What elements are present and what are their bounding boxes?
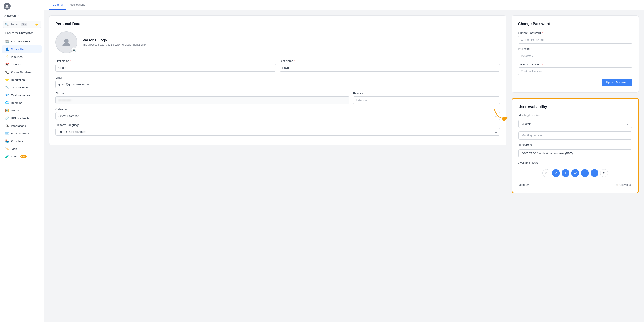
diamond-icon: 💎: [5, 93, 9, 97]
day-button-thu[interactable]: T: [581, 169, 589, 177]
password-group: Password *: [518, 47, 632, 59]
sidebar-item-business-profile[interactable]: 🏢 Business Profile: [2, 38, 42, 45]
tab-notifications[interactable]: Notifications: [66, 0, 89, 10]
sidebar-item-labs[interactable]: 🧪 Labs new: [2, 153, 42, 160]
sidebar-item-integrations[interactable]: 🔌 Integrations: [2, 122, 42, 130]
store-icon: 🏪: [5, 139, 9, 143]
sidebar-item-custom-fields[interactable]: 🔧 Custom Fields: [2, 84, 42, 91]
sidebar-item-reputation[interactable]: ⭐ Reputation: [2, 76, 42, 84]
annotation-arrow: [492, 107, 512, 124]
confirm-password-input[interactable]: [518, 68, 632, 75]
copy-to-all-button[interactable]: 📋 Copy to all: [615, 183, 632, 186]
chevron-down-icon: ▾: [18, 15, 19, 17]
current-password-group: Current Password *: [518, 31, 632, 44]
password-label: Password *: [518, 47, 632, 50]
meeting-location-value: Custom: [522, 122, 532, 126]
update-password-button[interactable]: Update Password: [602, 79, 632, 86]
nav-label-integrations: Integrations: [11, 124, 26, 128]
day-button-wed[interactable]: W: [571, 169, 579, 177]
search-bar[interactable]: 🔍 Search ⌘K ⚡: [3, 21, 41, 28]
time-zone-value: GMT-07:00 America/Los_Angeles (PDT): [522, 152, 573, 155]
sidebar-item-email-services[interactable]: ✉️ Email Services: [2, 130, 42, 137]
lightning-icon: ⚡: [35, 22, 38, 26]
day-button-tue[interactable]: T: [562, 169, 570, 177]
language-select-wrapper: English (United States): [56, 128, 500, 136]
avatar: [4, 3, 10, 10]
nav-label-custom-values: Custom Values: [11, 94, 30, 97]
phone-icon: 📞: [5, 70, 9, 74]
nav-label-url-redirects: URL Redirects: [11, 116, 29, 120]
nav-label-calendars: Calendars: [11, 63, 24, 66]
main-content: General Notifications Personal Data: [44, 0, 644, 322]
language-select[interactable]: English (United States): [56, 128, 500, 136]
day-button-sat[interactable]: S: [600, 169, 608, 177]
required-indicator: *: [64, 76, 65, 79]
sidebar-item-url-redirects[interactable]: 🔗 URL Redirects: [2, 114, 42, 122]
current-password-input[interactable]: [518, 36, 632, 44]
first-name-input[interactable]: [56, 64, 276, 72]
nav-label-labs: Labs: [11, 155, 17, 158]
chevron-down-icon: ⌄: [626, 122, 629, 126]
pipeline-icon: ⚡: [5, 55, 9, 58]
camera-icon[interactable]: 📷: [71, 47, 76, 52]
time-zone-dropdown[interactable]: GMT-07:00 America/Los_Angeles (PDT) ⌄: [518, 150, 632, 158]
language-group: Platform Language English (United States…: [56, 123, 500, 136]
meeting-location-dropdown[interactable]: Custom ⌄: [518, 120, 632, 128]
day-button-fri[interactable]: F: [590, 169, 598, 177]
day-button-mon[interactable]: M: [552, 169, 560, 177]
tag-icon: 🏷️: [5, 147, 9, 150]
availability-title: User Availability: [518, 105, 632, 109]
phone-input[interactable]: [56, 96, 350, 104]
nav-label-email-services: Email Services: [11, 132, 30, 135]
sidebar-item-pipelines[interactable]: ⚡ Pipelines: [2, 53, 42, 60]
sidebar-item-my-profile[interactable]: 👤 My Profile: [2, 45, 42, 53]
meeting-location-input[interactable]: Meeting Location: [518, 132, 632, 140]
search-label: Search: [10, 23, 19, 26]
sidebar-item-providers[interactable]: 🏪 Providers: [2, 137, 42, 145]
right-panel: Change Password Current Password * Passw…: [512, 15, 639, 317]
last-name-group: Last Name *: [280, 59, 500, 72]
nav-label-tags: Tags: [11, 147, 17, 150]
last-name-label: Last Name *: [280, 59, 500, 63]
link-icon: 🔗: [5, 116, 9, 120]
change-password-card: Change Password Current Password * Passw…: [512, 15, 639, 93]
sidebar-item-custom-values[interactable]: 💎 Custom Values: [2, 91, 42, 99]
sidebar-item-tags[interactable]: 🏷️ Tags: [2, 145, 42, 152]
nav-label-custom-fields: Custom Fields: [11, 86, 29, 89]
required-indicator: *: [294, 59, 295, 63]
nav-label-business-profile: Business Profile: [11, 40, 31, 43]
account-selector[interactable]: ⚙ account ▾: [0, 12, 44, 19]
available-hours-group: Available Hours S M T W T F S: [518, 161, 632, 177]
last-name-input[interactable]: [280, 64, 500, 72]
calendar-select-wrapper: Select Calendar: [56, 112, 500, 120]
back-to-main-nav[interactable]: Back to main navigation: [0, 30, 44, 36]
calendar-select[interactable]: Select Calendar: [56, 112, 500, 120]
plug-icon: 🔌: [5, 124, 9, 128]
monday-row: Monday 📋 Copy to all: [518, 180, 632, 186]
sidebar-item-domains[interactable]: 🌐 Domains: [2, 99, 42, 106]
time-zone-label: Time Zone: [518, 143, 632, 146]
available-hours-label: Available Hours: [518, 161, 632, 164]
sidebar-item-calendars[interactable]: 📅 Calendars: [2, 61, 42, 68]
account-icon: ⚙: [4, 14, 6, 17]
logo-subtitle: The proposed size is 512*512px no bigger…: [82, 43, 146, 46]
tabs-bar: General Notifications: [44, 0, 644, 10]
sidebar-item-phone-numbers[interactable]: 📞 Phone Numbers: [2, 68, 42, 76]
meeting-location-group: Meeting Location Custom ⌄: [518, 114, 632, 128]
user-availability-card: User Availability Meeting Location Custo…: [512, 98, 639, 193]
back-nav-label: Back to main navigation: [6, 32, 33, 34]
time-zone-group: Time Zone GMT-07:00 America/Los_Angeles …: [518, 143, 632, 158]
nav-label-pipelines: Pipelines: [11, 55, 22, 58]
building-icon: 🏢: [5, 40, 9, 43]
confirm-password-label: Confirm Password *: [518, 63, 632, 66]
password-input[interactable]: [518, 52, 632, 59]
extension-input[interactable]: [353, 96, 500, 104]
day-button-sun[interactable]: S: [542, 169, 550, 177]
tab-general[interactable]: General: [49, 0, 66, 10]
email-input[interactable]: [56, 80, 500, 88]
sidebar-item-media[interactable]: 🖼️ Media: [2, 107, 42, 114]
phone-label: Phone: [56, 92, 350, 95]
monday-label: Monday: [518, 183, 528, 186]
calendar-group: Calendar Select Calendar: [56, 108, 500, 120]
logo-text: Personal Logo The proposed size is 512*5…: [82, 38, 146, 46]
